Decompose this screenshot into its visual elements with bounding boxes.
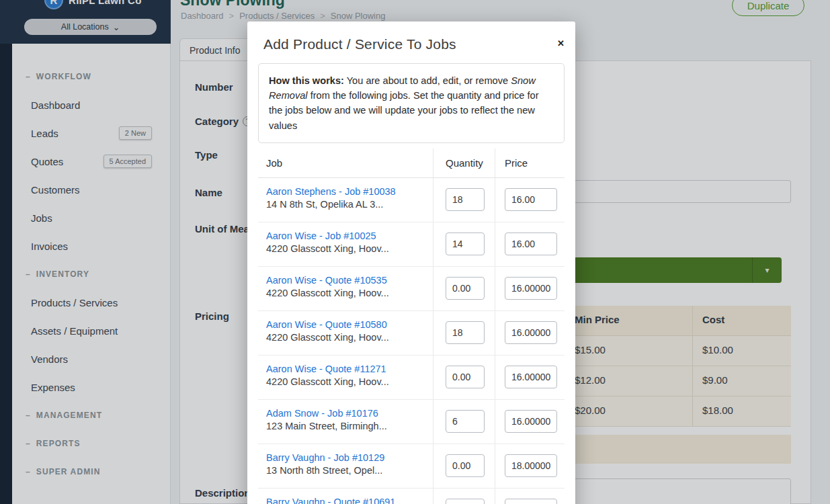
- job-cell: Aaron Wise - Job #10025 4220 Glasscott X…: [258, 222, 433, 266]
- price-input[interactable]: [505, 188, 557, 211]
- job-row: Aaron Wise - Quote #10580 4220 Glasscott…: [258, 311, 565, 355]
- job-link[interactable]: Barry Vaughn - Quote #10691: [266, 497, 427, 504]
- price-input[interactable]: [505, 233, 557, 255]
- how-this-works-text-2: from the following jobs. Set the quantit…: [269, 90, 539, 130]
- quantity-input[interactable]: [446, 321, 485, 344]
- job-row: Adam Snow - Job #10176 123 Main Street, …: [258, 400, 565, 444]
- job-row: Aaron Stephens - Job #10038 14 N 8th St,…: [258, 178, 565, 222]
- how-this-works-box: How this works: You are about to add, ed…: [258, 63, 565, 143]
- job-cell: Aaron Stephens - Job #10038 14 N 8th St,…: [258, 178, 433, 222]
- how-this-works-bold: How this works:: [269, 75, 344, 86]
- price-input[interactable]: [505, 321, 557, 344]
- modal-title: Add Product / Service To Jobs: [263, 35, 559, 54]
- quantity-column-header: Quantity: [433, 149, 495, 177]
- how-this-works-text-1: You are about to add, edit, or remove: [344, 75, 511, 86]
- modal-header: Add Product / Service To Jobs ✕: [247, 22, 575, 54]
- quantity-input[interactable]: [446, 454, 485, 477]
- job-cell: Barry Vaughn - Quote #10691 13 North 8th…: [258, 489, 433, 504]
- job-cell: Barry Vaughn - Job #10129 13 North 8th S…: [258, 444, 433, 488]
- jobs-table: Job Quantity Price Aaron Stephens - Job …: [258, 149, 565, 504]
- job-link[interactable]: Aaron Wise - Job #10025: [266, 230, 427, 241]
- job-column-header: Job: [258, 149, 433, 177]
- job-address: 123 Main Street, Birmingh...: [266, 421, 427, 431]
- add-product-service-modal: Add Product / Service To Jobs ✕ How this…: [247, 22, 575, 504]
- job-address: 4220 Glasscott Xing, Hoov...: [266, 332, 427, 343]
- quantity-input[interactable]: [446, 277, 485, 300]
- price-input[interactable]: [505, 366, 557, 388]
- jobs-table-header: Job Quantity Price: [258, 149, 565, 178]
- quantity-input[interactable]: [446, 188, 485, 211]
- close-icon[interactable]: ✕: [557, 39, 565, 48]
- job-cell: Aaron Wise - Quote #10580 4220 Glasscott…: [258, 311, 433, 355]
- job-address: 4220 Glasscott Xing, Hoov...: [266, 288, 427, 298]
- price-input[interactable]: [505, 499, 557, 504]
- job-row: Aaron Wise - Job #10025 4220 Glasscott X…: [258, 222, 565, 267]
- job-address: 4220 Glasscott Xing, Hoov...: [266, 376, 427, 387]
- price-input[interactable]: [505, 410, 557, 433]
- price-input[interactable]: [505, 454, 557, 477]
- job-link[interactable]: Aaron Wise - Quote #10535: [266, 275, 427, 286]
- job-cell: Aaron Wise - Quote #11271 4220 Glasscott…: [258, 355, 433, 399]
- job-link[interactable]: Barry Vaughn - Job #10129: [266, 452, 427, 463]
- quantity-input[interactable]: [446, 410, 485, 433]
- quantity-input[interactable]: [446, 366, 485, 388]
- job-link[interactable]: Aaron Stephens - Job #10038: [266, 186, 427, 197]
- job-row: Aaron Wise - Quote #11271 4220 Glasscott…: [258, 355, 565, 400]
- price-input[interactable]: [505, 277, 557, 300]
- job-address: 13 North 8th Street, Opel...: [266, 465, 427, 476]
- job-row: Aaron Wise - Quote #10535 4220 Glasscott…: [258, 267, 565, 311]
- job-row: Barry Vaughn - Quote #10691 13 North 8th…: [258, 489, 565, 504]
- job-link[interactable]: Aaron Wise - Quote #10580: [266, 319, 427, 330]
- job-address: 14 N 8th St, Opelika AL 3...: [266, 199, 427, 210]
- job-cell: Aaron Wise - Quote #10535 4220 Glasscott…: [258, 267, 433, 310]
- quantity-input[interactable]: [446, 499, 485, 504]
- price-column-header: Price: [495, 149, 565, 177]
- job-row: Barry Vaughn - Job #10129 13 North 8th S…: [258, 444, 565, 489]
- job-cell: Adam Snow - Job #10176 123 Main Street, …: [258, 400, 433, 444]
- job-link[interactable]: Aaron Wise - Quote #11271: [266, 364, 427, 374]
- job-link[interactable]: Adam Snow - Job #10176: [266, 408, 427, 419]
- quantity-input[interactable]: [446, 233, 485, 255]
- job-address: 4220 Glasscott Xing, Hoov...: [266, 243, 427, 254]
